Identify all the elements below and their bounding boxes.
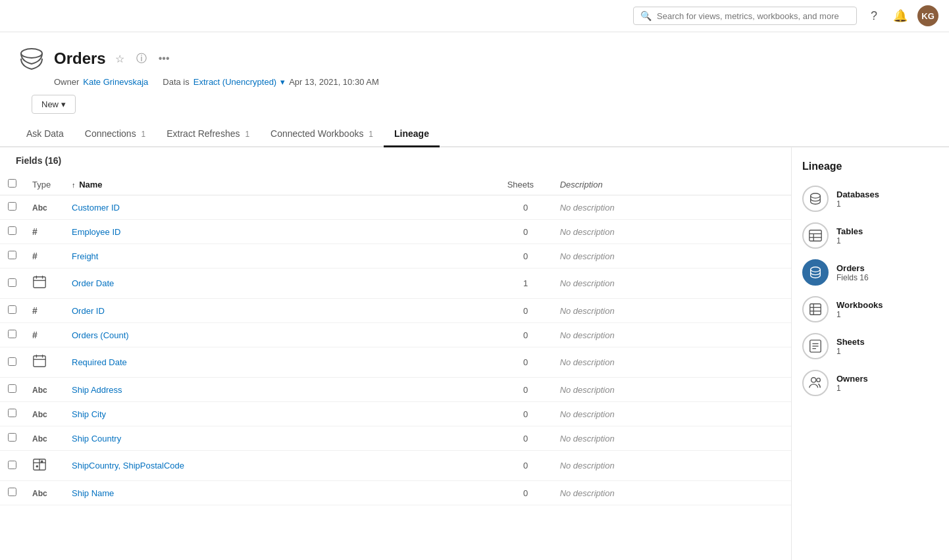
top-navigation: 🔍 ? 🔔 KG bbox=[0, 0, 949, 32]
tab-extract-refreshes[interactable]: Extract Refreshes 1 bbox=[156, 122, 260, 147]
lineage-item-databases[interactable]: Databases 1 bbox=[802, 186, 938, 212]
select-all-checkbox[interactable] bbox=[8, 179, 16, 188]
field-sheets-cell: 0 bbox=[500, 244, 552, 268]
type-icon: Abc bbox=[32, 385, 47, 395]
field-name-link[interactable]: Order Date bbox=[72, 278, 114, 288]
svg-rect-20 bbox=[810, 304, 821, 315]
fields-section: Fields (16) Type ↑ Name Sheets bbox=[0, 147, 791, 560]
row-checkbox[interactable] bbox=[8, 357, 16, 366]
search-icon: 🔍 bbox=[640, 11, 652, 21]
type-icon bbox=[32, 361, 47, 370]
more-options-button[interactable]: ••• bbox=[156, 51, 172, 66]
tab-lineage[interactable]: Lineage bbox=[384, 122, 440, 147]
search-bar[interactable]: 🔍 bbox=[633, 7, 857, 25]
field-type-cell: Abc bbox=[24, 195, 64, 220]
row-checkbox[interactable] bbox=[8, 251, 16, 259]
field-description-cell: No description bbox=[552, 426, 791, 451]
svg-point-0 bbox=[21, 49, 42, 58]
svg-point-14 bbox=[811, 193, 821, 198]
row-checkbox[interactable] bbox=[8, 384, 16, 393]
row-checkbox[interactable] bbox=[8, 278, 16, 287]
field-name-link[interactable]: Customer ID bbox=[72, 203, 120, 213]
field-name-cell: Required Date bbox=[64, 347, 500, 378]
row-checkbox[interactable] bbox=[8, 305, 16, 314]
databases-label-count: 1 bbox=[836, 199, 879, 209]
field-name-link[interactable]: Order ID bbox=[72, 306, 105, 316]
field-name-cell: Employee ID bbox=[64, 220, 500, 244]
tab-ask-data[interactable]: Ask Data bbox=[16, 122, 74, 147]
notifications-icon[interactable]: 🔔 bbox=[891, 7, 910, 25]
lineage-item-tables[interactable]: Tables 1 bbox=[802, 222, 938, 249]
field-name-cell: Customer ID bbox=[64, 195, 500, 220]
page-title: Orders bbox=[54, 49, 106, 68]
field-description-cell: No description bbox=[552, 195, 791, 220]
field-name-link[interactable]: ShipCountry, ShipPostalCode bbox=[72, 461, 184, 471]
owner-link[interactable]: Kate Grinevskaja bbox=[83, 77, 148, 87]
field-name-link[interactable]: Orders (Count) bbox=[72, 330, 129, 340]
field-name-link[interactable]: Freight bbox=[72, 251, 98, 261]
extract-link[interactable]: Extract (Unencrypted) bbox=[193, 77, 276, 87]
new-button[interactable]: New ▾ bbox=[32, 95, 76, 114]
help-icon[interactable]: ? bbox=[865, 7, 883, 25]
field-description-cell: No description bbox=[552, 378, 791, 402]
type-icon: Abc bbox=[32, 409, 47, 419]
field-description-cell: No description bbox=[552, 268, 791, 299]
lineage-item-workbooks[interactable]: Workbooks 1 bbox=[802, 296, 938, 322]
field-name-link[interactable]: Ship Country bbox=[72, 434, 121, 444]
row-checkbox[interactable] bbox=[8, 433, 16, 442]
lineage-item-owners[interactable]: Owners 1 bbox=[802, 370, 938, 396]
field-description-cell: No description bbox=[552, 299, 791, 323]
sheets-label-name: Sheets bbox=[836, 337, 865, 347]
table-row: Abc Ship Country 0 No description bbox=[0, 426, 791, 451]
field-name-link[interactable]: Ship Address bbox=[72, 385, 122, 395]
row-checkbox[interactable] bbox=[8, 488, 16, 496]
tab-connected-workbooks[interactable]: Connected Workbooks 1 bbox=[260, 122, 384, 147]
extract-dropdown-icon[interactable]: ▾ bbox=[280, 77, 285, 87]
select-all-header[interactable] bbox=[0, 174, 24, 195]
field-name-link[interactable]: Employee ID bbox=[72, 227, 120, 237]
avatar[interactable]: KG bbox=[917, 5, 938, 26]
field-sheets-cell: 0 bbox=[500, 451, 552, 481]
field-sheets-cell: 0 bbox=[500, 426, 552, 451]
field-description-cell: No description bbox=[552, 402, 791, 426]
field-description-cell: No description bbox=[552, 451, 791, 481]
field-type-cell: # bbox=[24, 299, 64, 323]
row-checkbox[interactable] bbox=[8, 226, 16, 235]
new-dropdown-icon: ▾ bbox=[61, 99, 66, 109]
field-sheets-cell: 0 bbox=[500, 195, 552, 220]
lineage-item-orders[interactable]: Orders Fields 16 bbox=[802, 259, 938, 286]
orders-label-name: Orders bbox=[836, 263, 869, 273]
table-row: # Order ID 0 No description bbox=[0, 299, 791, 323]
orders-node-icon bbox=[802, 259, 829, 286]
owners-node-icon bbox=[802, 370, 829, 396]
star-button[interactable]: ☆ bbox=[113, 51, 127, 66]
type-icon: # bbox=[32, 330, 38, 340]
field-name-link[interactable]: Ship Name bbox=[72, 488, 114, 498]
name-column-header[interactable]: ↑ Name bbox=[64, 174, 500, 195]
svg-point-28 bbox=[811, 378, 816, 382]
field-description-cell: No description bbox=[552, 481, 791, 505]
workbooks-label-name: Workbooks bbox=[836, 300, 883, 310]
info-button[interactable]: ⓘ bbox=[134, 51, 149, 67]
tab-connections[interactable]: Connections 1 bbox=[74, 122, 156, 147]
field-name-cell: Ship City bbox=[64, 402, 500, 426]
field-name-link[interactable]: Ship City bbox=[72, 409, 106, 419]
type-icon: Abc bbox=[32, 434, 47, 444]
sheets-label-count: 1 bbox=[836, 347, 865, 356]
row-checkbox[interactable] bbox=[8, 461, 16, 469]
row-checkbox[interactable] bbox=[8, 409, 16, 417]
description-column-header: Description bbox=[552, 174, 791, 195]
type-icon: # bbox=[32, 306, 38, 316]
row-checkbox[interactable] bbox=[8, 330, 16, 338]
lineage-panel: Lineage Databases 1 Tables 1 Orders Fiel… bbox=[791, 147, 949, 560]
sheets-column-header[interactable]: Sheets bbox=[500, 174, 552, 195]
type-icon: Abc bbox=[32, 488, 47, 498]
field-type-cell: # bbox=[24, 323, 64, 347]
search-input[interactable] bbox=[657, 11, 850, 21]
field-sheets-cell: 0 bbox=[500, 347, 552, 378]
row-checkbox[interactable] bbox=[8, 202, 16, 211]
field-name-link[interactable]: Required Date bbox=[72, 357, 127, 367]
field-type-cell: Abc bbox=[24, 402, 64, 426]
lineage-item-sheets[interactable]: Sheets 1 bbox=[802, 333, 938, 359]
field-type-cell bbox=[24, 451, 64, 481]
